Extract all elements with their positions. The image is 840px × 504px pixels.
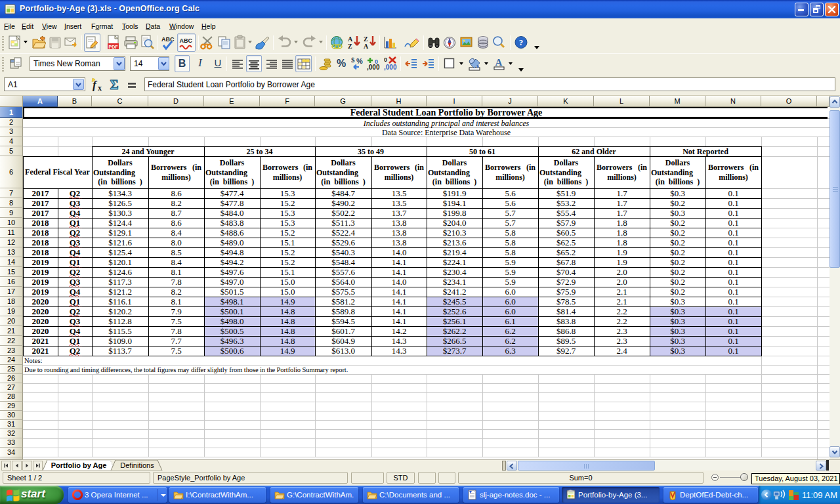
svg-text:ABC: ABC: [161, 36, 175, 43]
svg-text:A: A: [495, 57, 503, 68]
svg-text:f: f: [93, 79, 98, 91]
svg-text:?: ?: [519, 37, 524, 47]
svg-text:A: A: [364, 43, 369, 50]
svg-text:%: %: [356, 57, 363, 65]
svg-text:PDF: PDF: [109, 45, 119, 49]
svg-text:,000: ,000: [384, 64, 397, 71]
svg-text:%: %: [337, 58, 346, 69]
svg-text:$: $: [351, 56, 355, 64]
svg-text:Σ: Σ: [110, 77, 118, 92]
svg-text:,000: ,000: [367, 64, 380, 71]
svg-text:x: x: [98, 83, 102, 93]
svg-text:A: A: [348, 35, 353, 43]
svg-text:Z: Z: [348, 43, 352, 50]
svg-text:0: 0: [384, 56, 387, 63]
svg-text:ABC: ABC: [180, 37, 193, 44]
svg-text:Z: Z: [364, 35, 368, 43]
